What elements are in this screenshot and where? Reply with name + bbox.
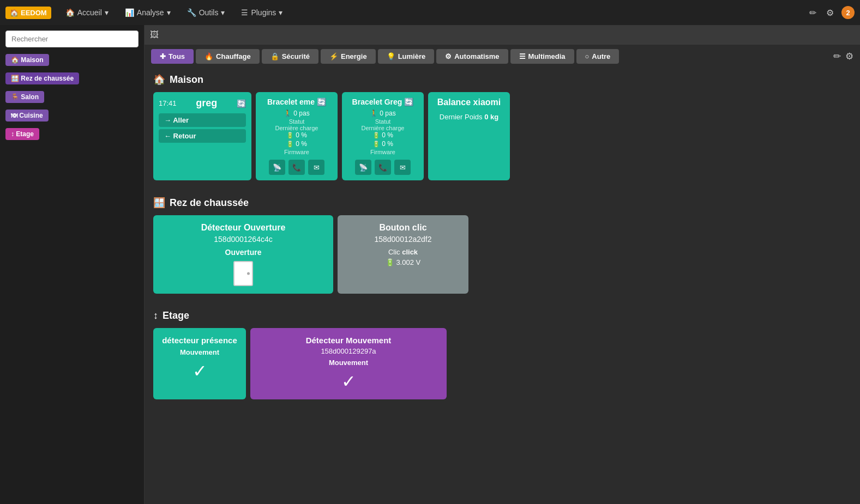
bracelet-eme-refresh-icon[interactable]: 🔄	[317, 98, 326, 106]
bracelet-greg-battery2: 🔋 0 %	[347, 140, 418, 148]
bracelet-greg-steps: 🚶 0 pas	[347, 110, 418, 117]
search-input[interactable]	[5, 31, 139, 47]
multimedia-icon: ☰	[519, 52, 526, 60]
tab-energie[interactable]: ⚡ Energie	[321, 49, 376, 64]
bracelet-eme-firmware-label: Firmware	[261, 149, 332, 155]
section-maison: 🏠 Maison 17:41 greg 🔄 → Aller	[145, 68, 860, 191]
sidebar-item-etage[interactable]: ↕ Etage	[5, 128, 39, 140]
greg-name: greg	[196, 98, 217, 109]
tab-chauffage[interactable]: 🔥 Chauffage	[196, 49, 260, 64]
section-etage-title: ↕ Etage	[153, 310, 851, 321]
sidebar-item-rez-de-chaussee[interactable]: 🪟 Rez de chaussée	[5, 72, 79, 84]
settings-icon[interactable]: ⚙	[824, 5, 836, 20]
bracelet-eme-statut-label: Statut	[261, 118, 332, 125]
pencil-icon[interactable]: ✏	[807, 5, 819, 20]
logo[interactable]: 🏠 EEDOM	[5, 7, 51, 19]
balance-value: 0 kg	[484, 113, 498, 121]
main-layout: 🏠 Maison 🪟 Rez de chaussée 🪑 Salon 🍽 Cui…	[0, 25, 860, 504]
nav-outils[interactable]: 🔧 Outils ▾	[181, 0, 232, 25]
tab-autre[interactable]: ○ Autre	[576, 49, 620, 64]
mail-icon-greg[interactable]: ✉	[394, 160, 411, 175]
detecteur-label: Ouverture	[161, 248, 326, 257]
lumiere-icon: 💡	[387, 52, 395, 60]
energie-icon: ⚡	[329, 52, 338, 60]
tous-icon: ✚	[160, 52, 166, 60]
greg-refresh-icon[interactable]: 🔄	[237, 99, 246, 108]
section-rez-title: 🪟 Rez de chaussée	[153, 197, 851, 209]
chevron-down-icon: ▾	[105, 8, 109, 17]
bracelet-eme-title: Bracelet eme 🔄	[261, 98, 332, 106]
bracelet-greg-action-icons: 📡 📞 ✉	[347, 160, 418, 175]
detecteur-presence-mouvement-label: Mouvement	[161, 348, 238, 356]
aller-button[interactable]: → Aller	[159, 113, 246, 127]
card-bouton-clic: Bouton clic 158d00012a2df2 Clic click 🔋 …	[338, 215, 468, 294]
bouton-clic-row: Clic click	[345, 248, 461, 256]
battery2-icon: 🔋	[286, 141, 294, 148]
greg-time: 17:41	[159, 99, 177, 107]
sidebar-item-maison[interactable]: 🏠 Maison	[5, 54, 49, 66]
detecteur-mouvement-id: 158d000129297a	[258, 347, 439, 355]
bracelet-greg-battery1: 🔋 0 %	[347, 131, 418, 139]
tab-securite[interactable]: 🔒 Sécurité	[262, 49, 318, 64]
section-etage: ↕ Etage détecteur présence Mouvement ✓ D…	[145, 305, 860, 410]
phone-icon[interactable]: 📞	[288, 160, 305, 175]
door-icon	[233, 261, 253, 286]
mail-icon[interactable]: ✉	[308, 160, 324, 175]
automatisme-icon: ⚙	[445, 52, 452, 60]
balance-poids-row: Dernier Poids 0 kg	[434, 113, 504, 121]
home-icon: 🏠	[65, 8, 75, 17]
outils-icon: 🔧	[187, 8, 196, 17]
battery2-greg-icon: 🔋	[372, 141, 380, 148]
retour-button[interactable]: ← Retour	[159, 129, 246, 143]
nav-analyse[interactable]: 📊 Analyse ▾	[118, 0, 177, 25]
chevron-down-icon: ▾	[279, 8, 282, 17]
bouton-title: Bouton clic	[345, 223, 461, 233]
door-knob	[247, 272, 250, 275]
config-icon[interactable]: ⚙	[845, 51, 853, 62]
bouton-id: 158d00012a2df2	[345, 235, 461, 244]
section-rez-de-chaussee: 🪟 Rez de chaussée Détecteur Ouverture 15…	[145, 191, 860, 305]
sidebar-item-salon[interactable]: 🪑 Salon	[5, 91, 44, 103]
image-icon: 🖼	[150, 30, 159, 40]
bouton-clic-value: click	[402, 248, 418, 256]
card-balance: Balance xiaomi Dernier Poids 0 kg	[428, 92, 510, 180]
chauffage-icon: 🔥	[205, 52, 213, 60]
securite-icon: 🔒	[270, 52, 279, 60]
nav-accueil[interactable]: 🏠 Accueil ▾	[59, 0, 115, 25]
edit-icon[interactable]: ✏	[833, 51, 841, 62]
notification-badge[interactable]: 2	[841, 6, 855, 19]
bracelet-greg-charge-label: Dernière charge	[347, 125, 418, 131]
card-greg-header: 17:41 greg 🔄	[159, 98, 246, 109]
tab-multimedia[interactable]: ☰ Multimedia	[510, 49, 574, 64]
detecteur-presence-checkmark: ✓	[161, 361, 238, 381]
detecteur-id: 158d0001264c4c	[161, 235, 326, 244]
card-detecteur-mouvement: Détecteur Mouvement 158d000129297a Mouve…	[250, 328, 447, 399]
balance-poids-label: Dernier Poids	[440, 113, 483, 121]
bracelet-eme-battery1: 🔋 0 %	[261, 131, 332, 139]
sidebar: 🏠 Maison 🪟 Rez de chaussée 🪑 Salon 🍽 Cui…	[0, 25, 145, 504]
detecteur-presence-title: détecteur présence	[161, 336, 238, 345]
phone-icon-greg[interactable]: 📞	[375, 160, 391, 175]
detecteur-mouvement-label: Mouvement	[258, 359, 439, 367]
rss-icon[interactable]: 📡	[269, 160, 285, 175]
content-header-image: 🖼	[145, 25, 860, 45]
card-detecteur-presence: détecteur présence Mouvement ✓	[153, 328, 246, 399]
chevron-down-icon: ▾	[167, 8, 171, 17]
top-right-icons: ✏ ⚙	[833, 51, 853, 62]
sidebar-item-cuisine[interactable]: 🍽 Cuisine	[5, 110, 49, 122]
tab-automatisme[interactable]: ⚙ Automatisme	[436, 49, 508, 64]
tab-lumiere[interactable]: 💡 Lumière	[378, 49, 435, 64]
battery-icon-bouton: 🔋	[386, 258, 394, 266]
bracelet-eme-battery2: 🔋 0 %	[261, 140, 332, 148]
bracelet-greg-refresh-icon[interactable]: 🔄	[404, 98, 413, 106]
bouton-clic-label: Clic	[388, 248, 400, 256]
rss-icon-greg[interactable]: 📡	[355, 160, 371, 175]
tab-tous[interactable]: ✚ Tous	[151, 49, 194, 64]
bracelet-greg-firmware-label: Firmware	[347, 149, 418, 155]
maison-section-icon: 🏠	[153, 74, 165, 86]
nav-plugins[interactable]: ☰ Plugins ▾	[234, 0, 289, 25]
card-greg: 17:41 greg 🔄 → Aller ← Retour	[153, 92, 251, 180]
etage-cards: détecteur présence Mouvement ✓ Détecteur…	[153, 328, 851, 399]
bracelet-eme-action-icons: 📡 📞 ✉	[261, 160, 332, 175]
door-container	[161, 261, 326, 286]
